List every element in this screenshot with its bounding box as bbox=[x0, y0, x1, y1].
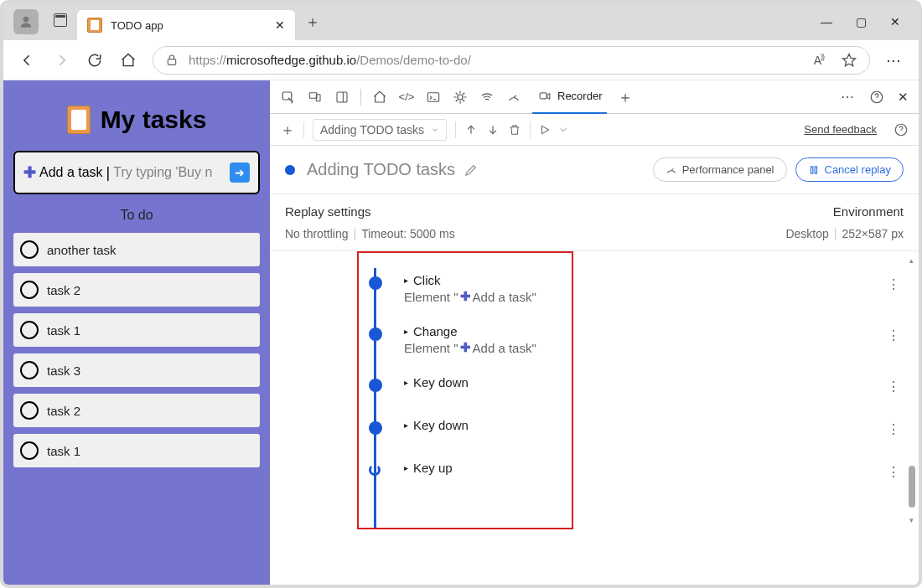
recorder-step[interactable]: Key up⋮ bbox=[270, 451, 919, 493]
help-icon[interactable] bbox=[869, 90, 884, 105]
recording-status-dot bbox=[285, 165, 295, 175]
svg-rect-2 bbox=[282, 92, 292, 100]
task-text: task 1 bbox=[47, 444, 80, 458]
more-tabs-button[interactable]: ＋ bbox=[617, 89, 634, 106]
device-value[interactable]: Desktop bbox=[785, 227, 828, 240]
app-logo-icon bbox=[67, 106, 91, 134]
step-menu-button[interactable]: ⋮ bbox=[883, 273, 904, 296]
recorder-step[interactable]: Key down⋮ bbox=[270, 408, 919, 451]
tab-actions-icon[interactable] bbox=[54, 13, 67, 30]
task-item[interactable]: task 2 bbox=[13, 273, 260, 307]
delete-icon[interactable] bbox=[508, 123, 521, 137]
welcome-icon[interactable] bbox=[371, 89, 388, 106]
recorder-step[interactable]: Key down⋮ bbox=[270, 365, 919, 408]
performance-panel-button[interactable]: Performance panel bbox=[653, 157, 787, 182]
performance-icon[interactable] bbox=[505, 89, 522, 106]
step-menu-button[interactable]: ⋮ bbox=[883, 375, 904, 398]
inspect-icon[interactable] bbox=[280, 89, 297, 106]
task-checkbox[interactable] bbox=[20, 361, 39, 379]
task-item[interactable]: task 1 bbox=[13, 313, 260, 347]
task-text: task 1 bbox=[47, 323, 80, 338]
throttling-value[interactable]: No throttling bbox=[285, 227, 348, 240]
replay-settings-title: Replay settings bbox=[285, 204, 785, 219]
browser-tab[interactable]: TODO app ✕ bbox=[77, 10, 295, 40]
profile-button[interactable] bbox=[13, 9, 39, 34]
close-devtools-button[interactable]: ✕ bbox=[898, 90, 909, 105]
environment-title: Environment bbox=[785, 204, 904, 219]
task-text: task 2 bbox=[47, 283, 80, 297]
step-title: Change bbox=[404, 324, 536, 338]
app-title: My tasks bbox=[101, 106, 207, 134]
todo-app-panel: My tasks ✚ Add a task | Try typing 'Buy … bbox=[3, 80, 270, 588]
svg-rect-7 bbox=[427, 92, 438, 101]
recorder-step[interactable]: ChangeElement " ✚ Add a task"⋮ bbox=[270, 314, 919, 365]
devtools-tabbar: </> Recorder ＋ ⋯ ✕ bbox=[270, 80, 919, 114]
task-checkbox[interactable] bbox=[20, 240, 39, 259]
step-dot-icon bbox=[369, 276, 382, 290]
sources-icon[interactable] bbox=[452, 89, 469, 106]
add-task-input[interactable]: ✚ Add a task | Try typing 'Buy n ➜ bbox=[13, 151, 260, 194]
task-item[interactable]: task 2 bbox=[13, 394, 260, 427]
task-item[interactable]: another task bbox=[13, 233, 260, 266]
favorite-icon[interactable] bbox=[841, 52, 857, 69]
steps-scrollbar[interactable]: ▴ ▾ bbox=[907, 256, 915, 524]
task-checkbox[interactable] bbox=[20, 281, 39, 299]
site-info-icon[interactable] bbox=[165, 54, 179, 67]
home-button[interactable] bbox=[119, 51, 137, 70]
dock-side-icon[interactable] bbox=[334, 89, 350, 106]
maximize-button[interactable]: ▢ bbox=[856, 15, 867, 28]
edit-title-button[interactable] bbox=[464, 162, 479, 178]
send-feedback-link[interactable]: Send feedback bbox=[804, 123, 877, 136]
help-icon[interactable] bbox=[894, 122, 909, 137]
svg-rect-3 bbox=[309, 92, 317, 98]
task-checkbox[interactable] bbox=[20, 321, 39, 339]
elements-icon[interactable]: </> bbox=[398, 89, 415, 106]
timeout-value[interactable]: Timeout: 5000 ms bbox=[361, 227, 455, 240]
browser-toolbar: https://microsoftedge.github.io/Demos/de… bbox=[3, 40, 919, 80]
settings-more-button[interactable]: ⋯ bbox=[885, 51, 904, 70]
new-recording-button[interactable]: ＋ bbox=[280, 120, 295, 140]
close-window-button[interactable]: ✕ bbox=[890, 15, 900, 28]
svg-rect-12 bbox=[811, 166, 812, 173]
new-tab-button[interactable]: ＋ bbox=[305, 12, 320, 32]
console-icon[interactable] bbox=[425, 89, 442, 106]
read-aloud-icon[interactable]: A)) bbox=[814, 53, 824, 67]
step-menu-button[interactable]: ⋮ bbox=[883, 418, 904, 441]
task-item[interactable]: task 3 bbox=[13, 353, 260, 387]
task-item[interactable]: task 1 bbox=[13, 434, 260, 467]
task-checkbox[interactable] bbox=[20, 401, 39, 420]
cancel-replay-button[interactable]: Cancel replay bbox=[795, 157, 904, 182]
task-list: another tasktask 2task 1task 3task 2task… bbox=[13, 233, 260, 467]
forward-button[interactable] bbox=[52, 51, 70, 70]
import-icon[interactable] bbox=[486, 123, 500, 137]
task-text: task 2 bbox=[47, 404, 80, 418]
add-task-label: Add a task bbox=[39, 165, 103, 180]
submit-task-button[interactable]: ➜ bbox=[230, 162, 250, 183]
minimize-button[interactable]: — bbox=[821, 15, 832, 28]
back-button[interactable] bbox=[18, 51, 37, 70]
task-checkbox[interactable] bbox=[20, 441, 39, 460]
svg-rect-5 bbox=[337, 92, 347, 102]
task-text: another task bbox=[47, 243, 117, 257]
step-spinner-icon bbox=[369, 464, 381, 476]
svg-rect-1 bbox=[168, 59, 175, 64]
refresh-button[interactable] bbox=[85, 51, 104, 70]
replay-options-icon[interactable] bbox=[559, 126, 567, 134]
dims-value[interactable]: 252×587 px bbox=[842, 227, 904, 240]
steps-area: ClickElement " ✚ Add a task"⋮ChangeEleme… bbox=[270, 251, 919, 588]
browser-titlebar: TODO app ✕ ＋ — ▢ ✕ bbox=[3, 3, 919, 40]
network-icon[interactable] bbox=[479, 89, 495, 106]
export-icon[interactable] bbox=[464, 123, 478, 137]
recording-selector[interactable]: Adding TODO tasks bbox=[313, 119, 447, 141]
step-menu-button[interactable]: ⋮ bbox=[883, 324, 904, 347]
url-text: https://microsoftedge.github.io/Demos/de… bbox=[189, 53, 471, 67]
recorder-tab[interactable]: Recorder bbox=[532, 80, 607, 114]
step-dot-icon bbox=[369, 328, 382, 341]
tab-close-button[interactable]: ✕ bbox=[275, 18, 285, 32]
step-menu-button[interactable]: ⋮ bbox=[883, 461, 904, 483]
more-tools-icon[interactable]: ⋯ bbox=[841, 89, 856, 105]
device-toggle-icon[interactable] bbox=[307, 89, 324, 106]
address-bar[interactable]: https://microsoftedge.github.io/Demos/de… bbox=[153, 46, 870, 75]
recorder-step[interactable]: ClickElement " ✚ Add a task"⋮ bbox=[270, 263, 919, 314]
replay-icon[interactable] bbox=[539, 124, 551, 136]
